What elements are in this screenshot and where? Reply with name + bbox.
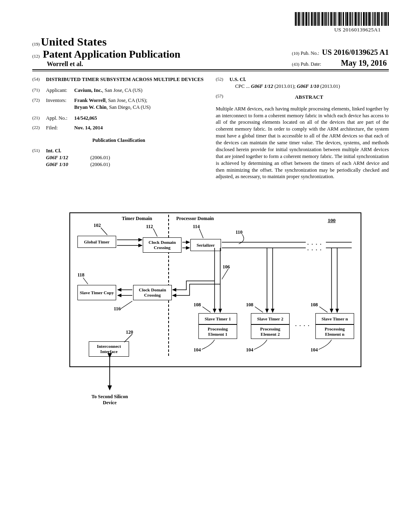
intcl-1-ver: (2006.01) [90, 154, 110, 161]
figure-1: Timer Domain Processor Domain 100 Global… [53, 200, 368, 410]
svg-line-3 [83, 278, 88, 284]
cpc-2-code: G06F 1/10 [297, 83, 319, 89]
svg-line-4 [120, 301, 132, 309]
barcode [295, 12, 389, 26]
patent-page: US 20160139625A1 (19) United States (12)… [0, 0, 413, 426]
header: (19) United States (12) Patent Applicati… [32, 35, 389, 68]
figure-wires [53, 200, 368, 410]
pub-class-heading: Publication Classification [32, 137, 205, 143]
svg-line-0 [101, 228, 107, 235]
pubno-value: US 2016/0139625 A1 [322, 48, 389, 56]
applicant-value: Cavium, Inc., San Jose, CA (US) [74, 87, 205, 94]
applno-value: 14/542,065 [74, 115, 97, 121]
left-column: (54) DISTRIBUTED TIMER SUBSYSTEM ACROSS … [32, 76, 205, 180]
svg-line-6 [222, 269, 228, 279]
barcode-text: US 20160139625A1 [334, 27, 381, 33]
divider-thick [32, 69, 389, 70]
intcl-label: Int. Cl. [46, 148, 61, 154]
svg-line-8 [255, 307, 263, 312]
pubno-label: Pub. No.: [301, 50, 319, 56]
invention-title: DISTRIBUTED TIMER SUBSYSTEM ACROSS MULTI… [46, 76, 205, 83]
code-72: (72) [32, 97, 46, 111]
biblio-columns: (54) DISTRIBUTED TIMER SUBSYSTEM ACROSS … [32, 76, 389, 180]
filed-value: Nov. 14, 2014 [74, 125, 103, 131]
code-51: (51) [32, 148, 46, 168]
intcl-2-code: G06F 1/10 [46, 161, 90, 168]
uscl-label: U.S. Cl. [229, 77, 246, 82]
intcl-2-ver: (2006.01) [90, 161, 110, 168]
code-57: (57) [216, 93, 229, 102]
authors: Worrell et al. [47, 60, 180, 68]
filed-label: Filed: [46, 125, 74, 131]
applno-label: Appl. No.: [46, 115, 74, 122]
code-21: (21) [32, 115, 46, 122]
code-12: (12) [32, 54, 40, 58]
divider-thin [32, 71, 389, 71]
publication-type: Patent Application Publication [43, 48, 180, 60]
pubdate-value: May 19, 2016 [341, 58, 387, 67]
abstract-text: Multiple ARM devices, each having multip… [216, 106, 389, 181]
code-43: (43) [292, 62, 299, 66]
svg-line-9 [319, 307, 327, 312]
inventor-2-loc: , San Diego, CA (US) [106, 104, 150, 110]
svg-line-1 [153, 229, 157, 237]
svg-line-2 [199, 229, 203, 238]
applicant-label: Applicant: [46, 87, 74, 94]
right-column: (52) U.S. Cl. CPC ... G06F 1/12 (2013.01… [216, 76, 389, 180]
applicant-name: Cavium, Inc. [74, 87, 102, 93]
intcl-1-code: G06F 1/12 [46, 154, 90, 161]
inventor-2-name: Bryan W. Chin [74, 104, 106, 110]
country-name: United States [41, 35, 106, 48]
pubdate-label: Pub. Date: [301, 61, 321, 67]
code-52: (52) [216, 76, 229, 90]
cpc-2-ver: (2013.01) [320, 83, 340, 89]
svg-line-5 [124, 334, 132, 342]
cpc-1-code: G06F 1/12 [251, 83, 273, 89]
code-22: (22) [32, 125, 46, 131]
inventor-1-name: Frank Worrell [74, 98, 106, 103]
top-bar: US 20160139625A1 [32, 12, 389, 33]
cpc-1-ver: (2013.01); [274, 83, 295, 89]
abstract-heading: ABSTRACT [229, 94, 389, 101]
code-54: (54) [32, 76, 46, 83]
figure-container: Timer Domain Processor Domain 100 Global… [32, 200, 389, 410]
inventors-value: Frank Worrell, San Jose, CA (US); Bryan … [74, 97, 205, 111]
inventors-label: Inventors: [46, 97, 74, 111]
code-71: (71) [32, 87, 46, 94]
inventor-1-loc: , San Jose, CA (US); [106, 98, 147, 103]
cpc-label: CPC ... [235, 83, 250, 89]
code-19: (19) [32, 42, 40, 46]
svg-line-7 [202, 307, 211, 312]
code-10: (10) [292, 51, 299, 56]
